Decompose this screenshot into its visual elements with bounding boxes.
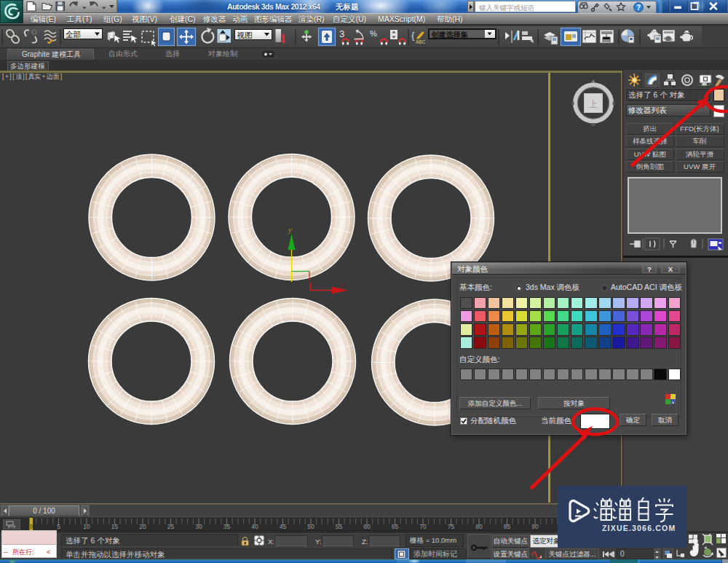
svg-text:x: x <box>340 281 344 289</box>
svg-text:65: 65 <box>392 523 399 530</box>
svg-text:ZIXUE.3066.COM: ZIXUE.3066.COM <box>602 524 676 532</box>
svg-text:?: ? <box>636 4 641 12</box>
svg-text:%: % <box>370 29 377 38</box>
svg-text:ABC: ABC <box>416 39 426 44</box>
svg-text:0: 0 <box>29 523 33 530</box>
svg-text:y: y <box>288 225 292 234</box>
svg-text:20: 20 <box>139 523 146 530</box>
svg-text:50: 50 <box>307 523 314 530</box>
svg-text:30: 30 <box>195 523 202 530</box>
svg-text:70: 70 <box>419 523 427 530</box>
svg-text:85: 85 <box>504 523 511 530</box>
svg-text:40: 40 <box>251 523 258 530</box>
svg-text:25: 25 <box>167 523 175 530</box>
svg-text:90: 90 <box>531 523 539 530</box>
svg-text:15: 15 <box>111 523 119 530</box>
svg-text:75: 75 <box>448 523 455 530</box>
svg-text:45: 45 <box>280 523 287 530</box>
svg-text:3: 3 <box>339 28 344 39</box>
svg-text:10: 10 <box>83 523 90 530</box>
svg-text:35: 35 <box>223 523 231 530</box>
svg-text:5: 5 <box>57 523 60 530</box>
svg-text:60: 60 <box>363 523 371 530</box>
svg-text:55: 55 <box>336 523 343 530</box>
svg-text:80: 80 <box>475 523 483 530</box>
svg-text:{: { <box>411 30 415 41</box>
svg-text:上: 上 <box>589 99 598 109</box>
